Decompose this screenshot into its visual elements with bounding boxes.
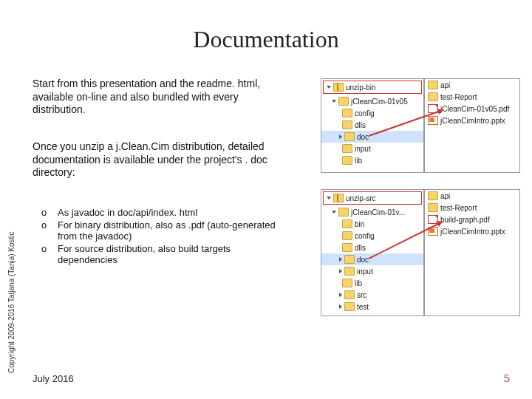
- tree-row: dlls: [321, 242, 423, 253]
- bullet-marker: o: [41, 207, 58, 218]
- tree-pane: unzip-bin jCleanCim-01v05 config dlls do…: [321, 78, 424, 173]
- tree-row: lib: [321, 277, 423, 289]
- tree-row-selected: doc: [321, 131, 423, 143]
- tree-row: input: [321, 265, 423, 277]
- tree-row: input: [321, 143, 423, 154]
- file-row: test-Report: [425, 91, 519, 103]
- folder-icon: [344, 302, 355, 311]
- tree-label: input: [357, 267, 373, 276]
- tree-row: config: [321, 230, 423, 242]
- expand-icon: [327, 197, 331, 200]
- footer-date: July 2016: [33, 373, 74, 384]
- bullet-text: As javadoc in doc/api/index. html: [58, 207, 197, 218]
- bullet-item: oAs javadoc in doc/api/index. html: [41, 207, 285, 218]
- tree-label: unzip-bin: [346, 83, 376, 92]
- tree-label: dlls: [355, 244, 366, 252]
- tree-pane: unzip-src jCleanCim-01v... bin config dl…: [321, 189, 424, 316]
- file-label: api: [440, 192, 450, 200]
- file-pane: api test-Report build-graph.pdf jCleanCi…: [424, 189, 520, 316]
- tree-label: jCleanCim-01v05: [351, 98, 408, 106]
- tree-label: doc: [357, 256, 369, 264]
- paragraph-1: Start from this presentation and the rea…: [33, 78, 284, 117]
- folder-icon: [338, 97, 349, 106]
- bullet-marker: o: [41, 219, 58, 242]
- arrow-icon: [369, 136, 457, 137]
- expand-icon: [339, 257, 342, 262]
- folder-icon: [342, 219, 352, 228]
- expand-icon: [332, 100, 336, 103]
- bullet-item: oFor binary distribution, also as .pdf (…: [41, 219, 285, 242]
- file-row: test-Report: [425, 202, 519, 214]
- tree-row: config: [321, 107, 423, 119]
- tree-label: config: [355, 232, 375, 240]
- slide-title: Documentation: [0, 26, 532, 53]
- folder-icon: [338, 208, 349, 216]
- folder-icon: [344, 255, 355, 264]
- expand-icon: [332, 211, 336, 214]
- tree-label: unzip-src: [346, 194, 376, 202]
- tree-row: bin: [321, 218, 423, 230]
- screenshot-src: unzip-src jCleanCim-01v... bin config dl…: [321, 189, 520, 315]
- expand-icon: [327, 86, 331, 89]
- ppt-icon: [428, 116, 438, 125]
- file-label: test-Report: [440, 204, 477, 212]
- folder-icon: [342, 279, 352, 287]
- paragraph-2: Once you unzip a j.Clean.Cim distributio…: [33, 140, 284, 180]
- tree-row: test: [321, 301, 423, 313]
- bullet-text: For source distribution, also build targ…: [58, 243, 285, 265]
- file-label: jCleanCimIntro.pptx: [440, 117, 505, 125]
- page-number: 5: [504, 372, 510, 384]
- folder-icon: [428, 191, 438, 200]
- folder-icon: [342, 109, 352, 117]
- folder-icon: [344, 290, 355, 299]
- expand-icon: [339, 134, 342, 139]
- bullet-item: oFor source distribution, also build tar…: [41, 243, 285, 265]
- file-label: jCleanCim-01v05.pdf: [440, 105, 509, 113]
- tree-label: bin: [355, 220, 364, 228]
- tree-label: test: [357, 303, 369, 311]
- tree-label: lib: [355, 279, 362, 287]
- folder-icon: [344, 267, 355, 276]
- tree-label: lib: [355, 157, 362, 165]
- file-label: jCleanCimIntro.pptx: [440, 228, 505, 236]
- folder-icon: [342, 231, 352, 240]
- tree-label: doc: [357, 133, 369, 141]
- expand-icon: [339, 293, 342, 297]
- tree-row: jCleanCim-01v...: [321, 206, 423, 218]
- tree-label: dlls: [355, 121, 366, 129]
- zip-icon: [333, 194, 344, 202]
- folder-icon: [342, 144, 352, 153]
- tree-row-selected: doc: [321, 253, 423, 265]
- file-label: build-graph.pdf: [440, 216, 490, 224]
- tree-row: jCleanCim-01v05: [321, 95, 423, 107]
- folder-icon: [342, 120, 352, 129]
- slide: Documentation Start from this presentati…: [0, 0, 532, 399]
- bullet-text: For binary distribution, also as .pdf (a…: [58, 219, 285, 242]
- folder-icon: [344, 132, 355, 141]
- file-pane: api test-Report jCleanCim-01v05.pdf jCle…: [424, 78, 520, 173]
- file-row: jCleanCimIntro.pptx: [425, 115, 519, 126]
- copyright: Copyright 2009-2016 Tatjana (Tanja) Kost…: [7, 231, 16, 373]
- bullet-list: oAs javadoc in doc/api/index. html oFor …: [41, 207, 285, 267]
- expand-icon: [339, 269, 342, 273]
- folder-icon: [342, 156, 352, 165]
- tree-row: src: [321, 289, 423, 301]
- tree-label: src: [357, 291, 366, 299]
- folder-icon: [342, 243, 352, 252]
- tree-label: jCleanCim-01v...: [351, 208, 405, 216]
- folder-icon: [428, 81, 438, 89]
- file-row: api: [425, 79, 519, 91]
- tree-label: input: [355, 145, 371, 153]
- file-row: jCleanCimIntro.pptx: [425, 225, 519, 237]
- tree-row: unzip-bin: [323, 81, 422, 94]
- expand-icon: [339, 304, 342, 309]
- screenshot-bin: unzip-bin jCleanCim-01v05 config dlls do…: [321, 78, 520, 171]
- folder-icon: [428, 203, 438, 212]
- file-label: api: [440, 81, 450, 89]
- bullet-marker: o: [41, 243, 58, 265]
- tree-row: dlls: [321, 119, 423, 131]
- tree-row: lib: [321, 154, 423, 166]
- tree-row: unzip-src: [323, 191, 422, 205]
- folder-icon: [428, 92, 438, 101]
- tree-label: config: [355, 109, 375, 117]
